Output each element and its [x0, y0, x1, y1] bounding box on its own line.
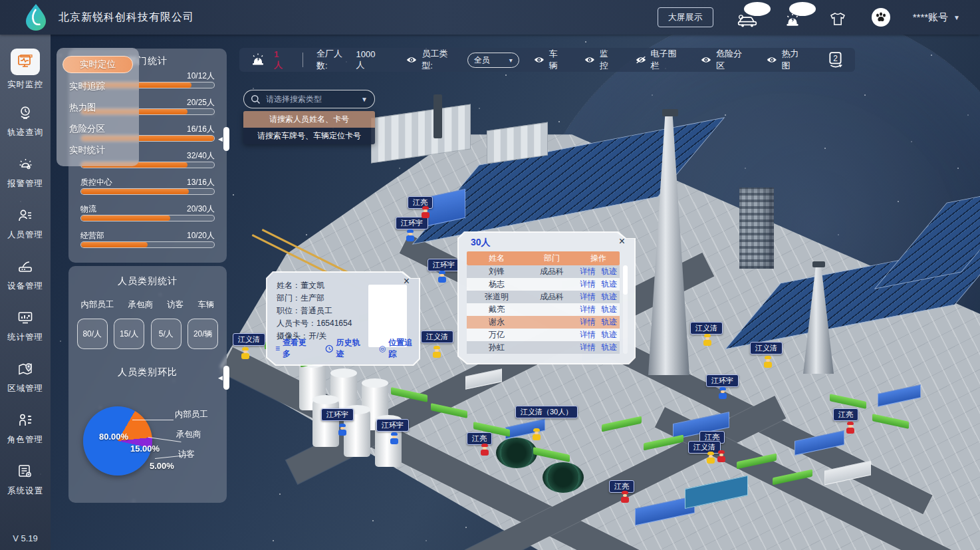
sidebar-item-track-query[interactable]: 轨迹查询	[0, 95, 51, 146]
track-link[interactable]: 轨迹	[598, 266, 620, 277]
pie-legend-contractor: 承包商	[176, 429, 201, 440]
panel-collapse-handle[interactable]: ◀	[218, 127, 229, 151]
worker-icon[interactable]	[437, 271, 447, 285]
worker-icon[interactable]	[390, 432, 399, 446]
track-link[interactable]: 轨迹	[598, 342, 620, 353]
alarm-tooltip-bubble	[789, 2, 816, 16]
alarm-person-count[interactable]: 1人	[274, 49, 285, 71]
company-title: 北京新锐科创科技有限公司	[59, 11, 194, 25]
worker-icon[interactable]	[480, 444, 489, 458]
search-icon	[251, 94, 261, 104]
submenu-danger-zone[interactable]: 危险分区	[62, 121, 133, 137]
category-count-contractor[interactable]: 15/人	[114, 319, 144, 349]
dimension-2d-toggle[interactable]: 2	[827, 51, 844, 69]
eye-icon	[767, 56, 777, 64]
sidebar-item-device-manage[interactable]: 设备管理	[0, 249, 51, 300]
person-settings-icon	[15, 410, 35, 430]
dept-bar	[81, 189, 189, 194]
divider	[303, 53, 303, 67]
search-option-vehicle[interactable]: 请搜索车牌号、车辆定位卡号	[243, 128, 375, 144]
category-count-vehicle[interactable]: 20/辆	[187, 319, 218, 349]
worker-icon[interactable]	[406, 229, 415, 243]
close-icon[interactable]: ×	[404, 275, 410, 287]
worker-icon[interactable]	[718, 387, 727, 401]
danger-zone-toggle[interactable]: 危险分区	[701, 48, 745, 72]
detail-link[interactable]: 详情	[577, 342, 598, 353]
worker-icon[interactable]	[717, 450, 726, 464]
clothing-icon[interactable]	[826, 7, 849, 27]
vehicle-search-icon[interactable]	[736, 7, 759, 27]
view-more-button[interactable]: ≡查看更多	[275, 337, 313, 360]
sidebar-item-area-manage[interactable]: 区域管理	[0, 351, 51, 402]
user-avatar[interactable]	[872, 8, 890, 27]
scrollbar[interactable]	[623, 265, 628, 354]
worker-icon[interactable]	[763, 356, 773, 370]
sidebar-item-system-settings[interactable]: 系统设置	[0, 454, 51, 505]
sidebar-item-realtime-monitor[interactable]: 实时监控	[0, 44, 51, 95]
track-link[interactable]: 轨迹	[598, 329, 620, 341]
detail-link[interactable]: 详情	[577, 304, 598, 315]
worker-icon[interactable]	[703, 334, 712, 348]
dept-bar	[81, 242, 148, 247]
submenu-realtime-location[interactable]: 实时定位	[62, 56, 133, 73]
efence-toggle[interactable]: 电子围栏	[636, 48, 680, 72]
employee-type-toggle[interactable]: 员工类型:	[406, 48, 453, 72]
detail-link[interactable]: 详情	[577, 317, 598, 328]
submenu-realtime-track[interactable]: 实时追踪	[62, 78, 133, 94]
worker-icon[interactable]	[532, 428, 541, 442]
track-link[interactable]: 轨迹	[598, 317, 620, 328]
heatmap-toggle[interactable]: 热力图	[767, 48, 803, 72]
submenu-realtime-stats[interactable]: 实时统计	[62, 142, 133, 158]
document-gear-icon	[15, 462, 35, 481]
table-row: 万亿详情轨迹	[467, 329, 620, 341]
table-row: 孙虹详情轨迹	[467, 341, 620, 354]
main-sidebar: 实时监控 轨迹查询 报警管理 人员管理 设备管理 统计管理 区域管理	[0, 35, 51, 550]
pie-value-visitor: 5.00%	[150, 461, 174, 471]
worker-icon[interactable]	[846, 422, 855, 436]
map-toolbar: 1人 全厂人数: 1000人 员工类型: 全员 ▾ 车辆 监控 电子围栏 危险分…	[239, 48, 855, 72]
monitor-pulse-icon	[11, 49, 40, 75]
sidebar-item-alarm-manage[interactable]: 报警管理	[0, 146, 51, 198]
eye-icon	[406, 56, 417, 64]
detail-link[interactable]: 详情	[577, 329, 598, 341]
stats-monitor-icon	[15, 308, 35, 328]
panel-collapse-handle[interactable]: ◀	[218, 366, 229, 390]
detail-link[interactable]: 详情	[577, 291, 598, 303]
alarm-notification-icon[interactable]	[781, 7, 804, 27]
chevron-left-icon: ◀	[218, 374, 223, 381]
worker-icon[interactable]	[706, 452, 715, 466]
pie-legend-internal: 内部员工	[175, 409, 208, 420]
camera-toggle[interactable]: 监控	[584, 48, 614, 72]
worker-icon[interactable]	[241, 347, 250, 361]
scrollbar-thumb[interactable]	[623, 265, 628, 295]
track-link[interactable]: 轨迹	[598, 291, 620, 303]
category-count-internal[interactable]: 80/人	[77, 319, 108, 349]
account-menu[interactable]: ****账号 ▼	[913, 11, 960, 24]
detail-link[interactable]: 详情	[577, 279, 598, 290]
location-track-button[interactable]: ◎位置追踪	[379, 337, 419, 360]
submenu-heatmap[interactable]: 热力图	[62, 100, 133, 116]
big-screen-button[interactable]: 大屏展示	[658, 7, 713, 27]
people-count-title: 30人	[471, 237, 491, 249]
close-icon[interactable]: ×	[619, 235, 625, 247]
worker-icon[interactable]	[338, 424, 347, 438]
dept-row: 经营部10/20人	[80, 230, 215, 253]
vehicle-toggle[interactable]: 车辆	[534, 48, 563, 72]
worker-icon[interactable]	[432, 346, 441, 360]
eye-icon	[534, 56, 545, 64]
search-type-select[interactable]: 请选择搜索类型 ▼	[243, 90, 375, 108]
detail-link[interactable]: 详情	[577, 266, 598, 277]
track-link[interactable]: 轨迹	[598, 304, 620, 315]
sidebar-item-stats-manage[interactable]: 统计管理	[0, 300, 51, 351]
worker-icon[interactable]	[620, 491, 630, 505]
track-link[interactable]: 轨迹	[598, 279, 620, 290]
sidebar-item-role-manage[interactable]: 角色管理	[0, 402, 51, 454]
category-label: 访客	[167, 299, 184, 311]
search-option-person[interactable]: 请搜索人员姓名、卡号	[243, 111, 375, 128]
sidebar-item-personnel-manage[interactable]: 人员管理	[0, 198, 51, 249]
worker-icon[interactable]	[421, 206, 430, 220]
employee-type-select[interactable]: 全员 ▾	[467, 53, 519, 68]
category-count-visitor[interactable]: 5/人	[151, 319, 182, 349]
history-track-button[interactable]: 历史轨迹	[325, 337, 367, 360]
clock-icon	[325, 344, 334, 353]
